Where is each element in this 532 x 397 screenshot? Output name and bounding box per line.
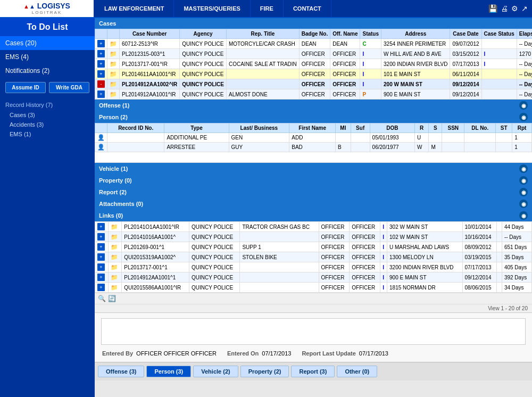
person-expand-btn[interactable]: ◉ [519,113,528,121]
links-expand-btn[interactable]: ◉ [519,211,528,220]
expand-row-btn[interactable]: + [97,243,105,251]
expand-row-btn[interactable]: + [97,90,105,98]
offense-section-header[interactable]: Offense (1) ◉ [95,100,532,111]
bottom-tab-person[interactable]: Person (3) [146,366,191,377]
person-row[interactable]: 👤 ARRESTEE GUY BAD B 06/20/1977 W M 1 [95,143,532,152]
assume-id-button[interactable]: Assume ID [5,82,46,93]
property-expand-btn[interactable]: ◉ [519,176,528,185]
table-row[interactable]: + 📁 PL20141016AA1001^ QUINCY POLICE OFFI… [95,232,532,242]
sidebar-item-ems[interactable]: EMS (4) [0,50,95,64]
expand-row-btn[interactable]: + [97,60,105,68]
person-section-header[interactable]: Person (2) ◉ [95,111,532,123]
sidebar-item-notifications[interactable]: Notifications (2) [0,64,95,78]
expand-row-btn[interactable]: + [97,40,105,47]
report-last-label: Report Last Update [302,350,355,357]
bottom-tab-report[interactable]: Report (3) [291,366,335,377]
nav-masters-queries[interactable]: MASTERS/QUERIES [174,0,250,17]
table-row[interactable]: + 📁 60712-2513^IR QUINCY POLICE MOTORCYL… [95,39,533,49]
table-row[interactable]: + 📁 PL2014611AA1001^IR QUINCY POLICE OFF… [95,69,533,79]
person-col-ssn: SSN [442,123,464,133]
entered-on-value: 07/17/2013 [262,350,291,357]
links-section-header[interactable]: Links (0) ◉ [95,210,532,221]
table-row[interactable]: + 📁 PL2012315-003^1 QUINCY POLICE OFFICE… [95,49,533,59]
folder-icon: 📁 [111,274,118,280]
table-row[interactable]: + 📁 QUI2015586AA1001^IR QUINCY POLICE OF… [95,283,532,293]
folder-icon: 📁 [111,264,118,270]
search-icon[interactable]: 🔍 [98,295,106,302]
sidebar-item-cases[interactable]: Cases (20) [0,36,95,50]
sidebar-sub-ems[interactable]: EMS (1) [0,129,95,139]
person-col-s: S [429,123,442,133]
expand-row-btn[interactable]: + [97,253,105,261]
content-area: Cases Case Number Agency Rep. Title Badg… [95,18,532,397]
col-case-status: Case Status [481,29,517,39]
expand-row-btn[interactable]: + [97,263,105,271]
save-icon[interactable]: 💾 [488,4,497,13]
folder-icon: 📁 [110,71,117,77]
bottom-area: Entered By OFFICER OFFICER OFFICER Enter… [95,312,532,362]
offense-expand-btn[interactable]: ◉ [519,101,528,110]
collapse-row-btn[interactable]: - [97,80,105,88]
table-row[interactable]: - 📁 PL2014912AA1002^IR QUINCY POLICE OFF… [95,79,533,89]
folder-icon: 📁 [111,284,118,291]
attachments-section-header[interactable]: Attachments (0) ◉ [95,198,532,210]
write-gda-button[interactable]: Write GDA [49,82,89,93]
main-layout: To Do List Cases (20) EMS (4) Notificati… [0,18,532,397]
logo-area: ▲▲ LOGISYS LOGITRAK [0,0,95,17]
nav-fire[interactable]: FIRE [251,0,284,17]
person-col-dl: DL No. [464,123,496,133]
attachments-expand-btn[interactable]: ◉ [519,200,528,208]
sidebar-title: To Do List [0,18,95,36]
expand-row-btn[interactable]: + [97,284,105,291]
person-col-type: Type [164,123,229,133]
expand-row-btn[interactable]: + [97,70,105,78]
expand-row-btn[interactable]: + [97,233,105,241]
print-icon[interactable]: 🖨 [501,4,508,13]
property-section-header[interactable]: Property (0) ◉ [95,175,532,186]
settings-icon[interactable]: ⚙ [511,4,518,13]
col-badge: Badge No. [299,29,330,39]
person-col-record-id: Record ID No. [107,123,164,133]
table-row[interactable]: + 📁 PL201269-001^1 QUINCY POLICE SUPP 1 … [95,242,532,252]
notes-textarea[interactable] [101,318,526,345]
entered-by-value: OFFICER OFFICER OFFICER [136,350,217,357]
bottom-tab-other[interactable]: Other (0) [337,366,377,377]
sidebar: To Do List Cases (20) EMS (4) Notificati… [0,18,95,397]
table-row[interactable]: + 📁 PL2013717-001^1 QUINCY POLICE OFFICE… [95,262,532,272]
person-col-last: Last/ Business [229,123,289,133]
nav-law-enforcement[interactable]: LAW ENFORCEMENT [95,0,174,17]
report-section-header[interactable]: Report (2) ◉ [95,186,532,198]
expand-row-btn[interactable]: + [97,50,105,57]
table-row[interactable]: + 📁 PL2014912AA1001^IR QUINCY POLICE ALM… [95,89,533,100]
table-row[interactable]: + 📁 PL20141O1AA1001^IR QUINCY POLICE TRA… [95,222,532,232]
vehicle-expand-btn[interactable]: ◉ [519,164,528,173]
bottom-tab-offense[interactable]: Offense (3) [98,366,144,377]
expand-row-btn[interactable]: + [97,223,105,230]
sidebar-sub-accidents[interactable]: Accidents (3) [0,120,95,129]
bottom-tab-property[interactable]: Property (2) [240,366,289,377]
bottom-info-row: Entered By OFFICER OFFICER OFFICER Enter… [98,348,529,359]
expand-row-btn[interactable]: + [97,274,105,281]
col-elapsed: ElapsedTime [517,29,532,39]
col-case-number: Case Number [120,29,180,39]
sidebar-sub-cases[interactable]: Cases (3) [0,110,95,120]
folder-icon: 📁 [111,244,118,250]
export-icon[interactable]: ↗ [521,4,528,13]
search-row: 🔍 🔄 [95,293,532,304]
report-expand-btn[interactable]: ◉ [519,188,528,196]
person-col-rpt: Rpt [512,123,532,133]
table-row[interactable]: + 📁 QUI2015319AA1002^ QUINCY POLICE STOL… [95,252,532,262]
nav-contact[interactable]: CONTACT [284,0,331,17]
folder-icon: 📁 [110,91,117,97]
table-row[interactable]: + 📁 PL2014912AA1001^1 QUINCY POLICE OFFI… [95,272,532,283]
record-history-label: Record History (7) [0,97,95,110]
vehicle-section-header[interactable]: Vehicle (1) ◉ [95,163,532,175]
cases-table: Case Number Agency Rep. Title Badge No. … [95,29,532,100]
bottom-tab-vehicle[interactable]: Vehicle (2) [193,366,238,377]
person-row[interactable]: 👤 ADDITIONAL PE GEN ADD 05/01/1993 U [95,133,532,143]
table-row[interactable]: + 📁 PL2013717-001^IR QUINCY POLICE COCAI… [95,59,533,69]
nav-icons: 💾 🖨 ⚙ ↗ [484,0,532,17]
person-col-st: ST [496,123,512,133]
refresh-icon[interactable]: 🔄 [108,295,116,302]
bottom-tabs: Offense (3) Person (3) Vehicle (2) Prope… [95,362,532,381]
